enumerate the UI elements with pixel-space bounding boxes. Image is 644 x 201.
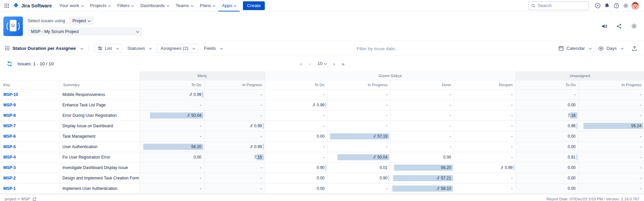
create-button[interactable]: Create	[243, 1, 265, 10]
view-mode-dropdown[interactable]: List	[94, 44, 122, 53]
issue-summary-cell: Mobile Responsiveness	[60, 89, 140, 100]
column-header-status[interactable]: Done	[390, 80, 454, 89]
issue-row: MSP-9Enhance Task List Page--0.99---0.00…	[0, 100, 644, 110]
duration-cell: -	[454, 110, 515, 121]
nav-item-projects[interactable]: Projects	[87, 0, 114, 11]
nav-item-label: Plans	[200, 3, 211, 8]
issue-date-filter-input[interactable]	[357, 46, 424, 51]
jira-logo[interactable]: Jira Software	[11, 2, 56, 9]
duration-cell: 57.21	[390, 173, 454, 183]
calendar-view-dropdown[interactable]: Calendar	[558, 45, 591, 51]
duration-cell: 0.00	[265, 173, 327, 183]
duration-value: 0.00	[265, 173, 327, 183]
column-header-status[interactable]: To Do	[265, 80, 327, 89]
column-header-status[interactable]: To Do	[515, 80, 578, 89]
app-switcher-icon[interactable]	[2, 1, 11, 10]
duration-cell: 0.00	[265, 131, 327, 141]
issue-key-link[interactable]: MSP-7	[3, 124, 16, 128]
time-unit-dropdown[interactable]: Days	[598, 45, 623, 52]
column-header-summary[interactable]: Summary	[60, 80, 140, 89]
project-value: MSP - My Scrum Project	[31, 29, 79, 34]
prev-page-button[interactable]: ‹	[309, 61, 311, 66]
issue-key-link[interactable]: MSP-4	[3, 155, 16, 160]
duration-value: -	[265, 152, 327, 162]
report-settings-gear-icon[interactable]	[629, 22, 639, 31]
issue-key-link[interactable]: MSP-5	[3, 144, 16, 149]
issue-key-link[interactable]: MSP-10	[3, 92, 18, 97]
next-page-button[interactable]: ›	[333, 61, 335, 66]
duration-cell: 0.90	[327, 173, 390, 183]
search-box[interactable]	[528, 1, 589, 10]
issue-date-filter[interactable]	[357, 45, 424, 52]
duration-value: 0.00	[516, 131, 578, 141]
nav-item-label: Dashboards	[140, 3, 165, 8]
issue-key-link[interactable]: MSP-3	[3, 165, 16, 170]
issue-summary-cell: Fix User Registration Error	[60, 152, 140, 162]
user-avatar[interactable]	[631, 1, 640, 10]
nav-item-your-work[interactable]: Your work	[56, 0, 87, 11]
nav-item-apps[interactable]: Apps	[218, 0, 240, 11]
nav-item-dashboards[interactable]: Dashboards	[137, 0, 172, 11]
duration-value: 0.99	[265, 100, 327, 110]
report-type-dropdown[interactable]: Status Duration per Assignee	[5, 46, 83, 51]
nav-item-teams[interactable]: Teams	[172, 0, 196, 11]
nav-item-filters[interactable]: Filters	[114, 0, 137, 11]
help-icon[interactable]: ?	[612, 1, 621, 10]
column-header-status[interactable]: In Progress	[327, 80, 390, 89]
issue-key-link[interactable]: MSP-1	[3, 186, 16, 191]
statuses-filter-dropdown[interactable]: Statuses	[128, 46, 152, 51]
duration-cell: -	[204, 173, 265, 183]
discover-compass-icon[interactable]	[593, 1, 602, 10]
first-page-button[interactable]: «	[299, 61, 302, 66]
duration-cell: -	[204, 183, 265, 194]
duration-cell: 0.91	[515, 152, 578, 162]
duration-value: -	[265, 142, 327, 152]
fields-dropdown[interactable]: Fields	[204, 46, 222, 51]
page-size-dropdown[interactable]: 10	[317, 61, 326, 66]
duration-value: 0.99	[454, 163, 515, 173]
notifications-bell-icon[interactable]	[602, 1, 612, 10]
duration-cell: 7.16	[515, 110, 578, 121]
jira-logo-icon	[13, 2, 19, 9]
duration-cell: 50.04	[140, 110, 204, 121]
issue-source-mode-dropdown[interactable]: Project	[69, 16, 93, 25]
column-header-status[interactable]: In Progress	[204, 80, 265, 89]
issue-key-link[interactable]: MSP-2	[3, 176, 16, 180]
settings-gear-icon[interactable]	[621, 1, 631, 10]
search-icon	[531, 3, 535, 8]
duration-cell: -	[327, 121, 390, 131]
column-header-status[interactable]: To Do	[140, 80, 204, 89]
last-page-button[interactable]: »	[342, 61, 345, 66]
project-select-dropdown[interactable]: MSP - My Scrum Project	[28, 27, 142, 36]
duration-cell: -	[140, 183, 204, 194]
duration-value: 0.00	[516, 100, 578, 110]
nav-item-plans[interactable]: Plans	[196, 0, 219, 11]
duration-cell: -	[454, 131, 515, 141]
duration-cell: -	[454, 183, 515, 194]
column-header-key[interactable]: Key	[0, 80, 60, 89]
issue-key-link[interactable]: MSP-8	[3, 113, 16, 118]
issue-key-link[interactable]: MSP-6	[3, 134, 16, 139]
issue-key-link[interactable]: MSP-9	[3, 103, 16, 107]
duration-value: -	[205, 90, 265, 100]
export-icon[interactable]	[630, 44, 639, 53]
duration-cell: 0.96	[515, 121, 578, 131]
refresh-button[interactable]	[5, 59, 14, 68]
share-icon[interactable]	[614, 22, 624, 31]
issue-summary-cell: Display Issue on Dashboard	[60, 121, 140, 131]
runner-icon	[372, 134, 376, 138]
column-header-status[interactable]: In Progress	[578, 80, 644, 89]
issue-key-cell: MSP-6	[0, 131, 60, 141]
duration-value: -	[579, 163, 644, 173]
duration-cell: -	[454, 173, 515, 183]
jql-link[interactable]: project = 'MSP'	[5, 197, 37, 201]
duration-value: -	[140, 163, 204, 173]
feedback-megaphone-icon[interactable]	[600, 22, 609, 31]
search-input[interactable]	[538, 3, 586, 8]
calendar-label: Calendar	[566, 46, 585, 51]
statuses-label: Statuses	[128, 46, 145, 51]
assignees-filter-dropdown[interactable]: Assignees (2)	[157, 44, 199, 53]
duration-value: -	[454, 142, 515, 152]
duration-value: 0.96	[516, 121, 578, 131]
column-header-status[interactable]: Reopen	[454, 80, 515, 89]
